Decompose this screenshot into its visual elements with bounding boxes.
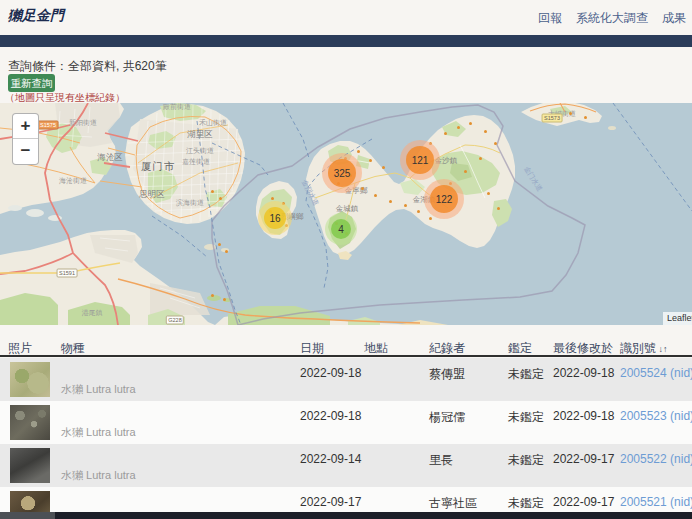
poi-marker <box>271 197 274 200</box>
cell-mod: 2022-09-18 <box>553 366 614 380</box>
record-photo[interactable] <box>10 405 50 440</box>
cell-ident: 未鑑定 <box>508 409 544 426</box>
poi-marker <box>223 298 226 301</box>
poi-marker <box>219 197 222 200</box>
map-label: 新阳街道 <box>69 118 97 128</box>
poi-marker <box>382 166 385 169</box>
cluster-marker[interactable]: 121 <box>400 140 440 180</box>
cell-date: 2022-09-18 <box>300 409 361 423</box>
cell-rec: 里長 <box>429 452 453 469</box>
sort-indicator: ↓↑ <box>656 344 668 354</box>
poi-marker <box>569 112 572 115</box>
map-label: 滨海街道 <box>176 198 204 208</box>
map-label: 禾山街道 <box>199 118 227 128</box>
cell-rec: 古寧社區 <box>429 495 477 512</box>
column-header-id[interactable]: 識別號 ↓↑ <box>620 340 668 357</box>
map-label: 湖里区 <box>187 129 213 141</box>
cell-date: 2022-09-14 <box>300 452 361 466</box>
column-header-rec[interactable]: 紀錄者 <box>429 340 465 357</box>
table-header: 照片物種日期地點紀錄者鑑定最後修改於識別號 ↓↑ <box>0 336 692 357</box>
cluster-marker[interactable]: 16 <box>258 201 292 235</box>
poi-marker <box>211 294 214 297</box>
poi-marker <box>225 250 228 253</box>
zoom-out-button[interactable]: − <box>13 139 38 164</box>
column-header-species[interactable]: 物種 <box>61 340 85 357</box>
poi-marker <box>469 122 472 125</box>
column-header-date[interactable]: 日期 <box>300 340 324 357</box>
species-name: 水獺 Lutra lutra <box>61 468 136 483</box>
column-header-mod[interactable]: 最後修改於 <box>553 340 613 357</box>
record-id-link[interactable]: 2005523 (nid) <box>620 409 692 423</box>
record-id-link[interactable]: 2005521 (nid) <box>620 495 692 509</box>
cell-ident: 未鑑定 <box>508 366 544 383</box>
poi-marker <box>369 159 372 162</box>
main-nav: 回報系統化大調查成果 <box>538 10 686 27</box>
poi-marker <box>464 170 467 173</box>
zoom-in-button[interactable]: + <box>13 114 38 139</box>
cell-mod: 2022-09-18 <box>553 409 614 423</box>
road-shield: S1575 <box>38 121 59 130</box>
poi-marker <box>584 116 587 119</box>
poi-marker <box>417 210 420 213</box>
poi-marker <box>497 207 500 210</box>
cell-mod: 2022-09-17 <box>553 495 614 509</box>
column-header-ident[interactable]: 鑑定 <box>508 340 532 357</box>
cell-ident: 未鑑定 <box>508 452 544 469</box>
map-label: 思明区 <box>139 189 165 201</box>
cell-rec: 楊冠儒 <box>429 409 465 426</box>
record-photo[interactable] <box>10 448 50 483</box>
poi-marker <box>494 142 497 145</box>
map-attribution[interactable]: Leaflet <box>663 312 692 325</box>
poi-marker <box>357 150 360 153</box>
record-id-link[interactable]: 2005522 (nid) <box>620 452 692 466</box>
poi-marker <box>374 194 377 197</box>
nav-link-1[interactable]: 系統化大調查 <box>576 10 648 27</box>
species-name: 水獺 Lutra lutra <box>61 425 136 440</box>
nav-link-0[interactable]: 回報 <box>538 10 562 27</box>
column-header-loc[interactable]: 地點 <box>364 340 388 357</box>
poi-marker <box>361 187 364 190</box>
map-label: 江头街道 <box>186 146 214 156</box>
cluster-marker[interactable]: 122 <box>424 179 464 219</box>
road-shield: G228 <box>166 316 184 325</box>
table-row: 水獺 Lutra lutra2022-09-18楊冠儒未鑑定2022-09-18… <box>0 401 692 444</box>
table-row: 水獺 Lutra lutra2022-09-14里長未鑑定2022-09-172… <box>0 444 692 487</box>
site-title: 獺足金門 <box>8 7 64 25</box>
cell-date: 2022-09-17 <box>300 495 361 509</box>
requery-button[interactable]: 重新查詢 <box>8 74 55 92</box>
map-label: 海沧区 <box>97 152 123 164</box>
map-label: 嘉莲街道 <box>182 157 210 167</box>
cell-date: 2022-09-18 <box>300 366 361 380</box>
query-condition: 查詢條件：全部資料, 共620筆 <box>8 58 167 75</box>
record-id-link[interactable]: 2005524 (nid) <box>620 366 692 380</box>
cell-rec: 蔡傳盟 <box>429 366 465 383</box>
nav-link-2[interactable]: 成果 <box>662 10 686 27</box>
map-label: 海沧街道 <box>59 176 87 186</box>
cluster-marker[interactable]: 4 <box>325 213 357 245</box>
species-name: 水獺 Lutra lutra <box>61 382 136 397</box>
poi-marker <box>211 190 214 193</box>
road-shield: S1573 <box>542 114 563 123</box>
column-header-photo[interactable]: 照片 <box>8 340 32 357</box>
cluster-marker[interactable]: 325 <box>322 153 362 193</box>
map-label: 港尾鎮 <box>82 308 103 318</box>
map-zoom-control[interactable]: + − <box>12 113 39 165</box>
poi-marker <box>389 200 392 203</box>
footer-bar <box>0 512 692 519</box>
poi-marker <box>479 157 482 160</box>
poi-marker <box>484 130 487 133</box>
cell-ident: 未鑑定 <box>508 495 544 512</box>
poi-marker <box>487 192 490 195</box>
poi-marker <box>404 204 407 207</box>
map[interactable]: 殿前街道禾山街道湖里区江头街道新阳街道海沧区厦门市嘉莲街道海沧街道思明区滨海街道… <box>0 103 692 325</box>
poi-marker <box>444 132 447 135</box>
map-label: 殿前街道 <box>163 103 191 112</box>
road-shield: S1591 <box>57 269 78 278</box>
map-label: 厦门市 <box>141 160 176 174</box>
record-photo[interactable] <box>10 362 50 397</box>
poi-marker <box>457 126 460 129</box>
navbar <box>0 35 692 47</box>
cell-mod: 2022-09-17 <box>553 452 614 466</box>
poi-marker <box>429 217 432 220</box>
table-row: 水獺 Lutra lutra2022-09-18蔡傳盟未鑑定2022-09-18… <box>0 358 692 401</box>
